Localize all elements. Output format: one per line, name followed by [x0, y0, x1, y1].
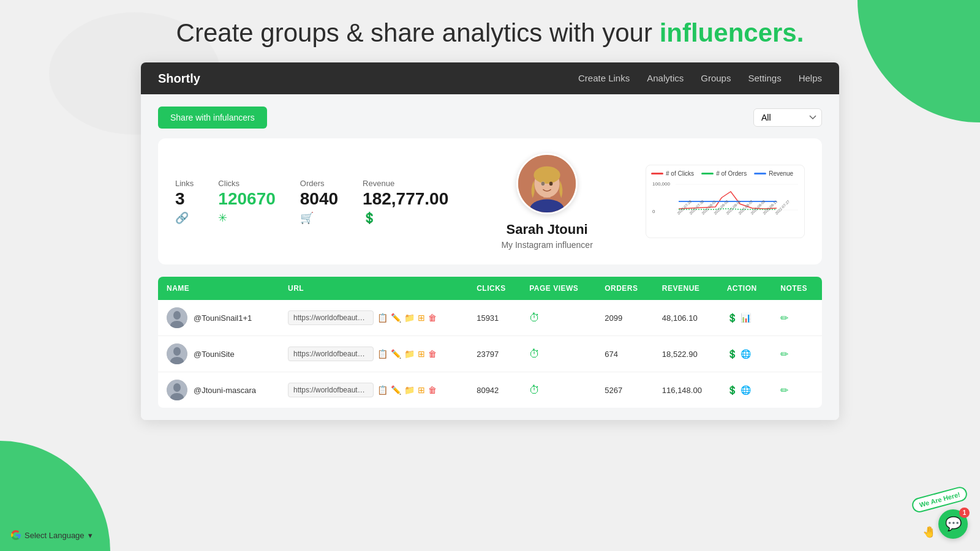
cell-orders-1: 2099 — [596, 300, 654, 336]
svg-point-7 — [541, 181, 545, 186]
delete-icon[interactable]: 🗑 — [428, 313, 437, 323]
cell-notes-3[interactable]: ✏ — [772, 372, 822, 408]
cell-name-1: @TouniSnail1+1 — [158, 300, 279, 336]
url-icons-1: 📋 ✏️ 📁 ⊞ 🗑 — [377, 313, 437, 323]
cell-pageviews-3: ⏱ — [521, 372, 596, 408]
cell-orders-3: 5267 — [596, 372, 654, 408]
svg-point-4 — [533, 167, 560, 184]
globe-action-icon[interactable]: 🌐 — [741, 385, 751, 395]
delete-icon[interactable]: 🗑 — [428, 385, 437, 395]
edit-icon[interactable]: ✏️ — [391, 313, 401, 323]
svg-text:0: 0 — [652, 209, 655, 214]
stats-metrics: Links 3 🔗 Clicks 120670 ✳ Orders 8040 🛒 — [175, 179, 448, 225]
link-icon: 🔗 — [175, 211, 189, 225]
edit-icon[interactable]: ✏️ — [391, 349, 401, 359]
col-pageviews: PAGE VIEWS — [521, 277, 596, 300]
top-controls: Share with infulancers All This Month La… — [158, 107, 822, 129]
legend-orders-color — [701, 173, 714, 174]
col-orders: ORDERS — [596, 277, 654, 300]
svg-point-6 — [549, 182, 553, 186]
cell-revenue-3: 116,148.00 — [654, 372, 718, 408]
svg-text:100,000: 100,000 — [652, 181, 670, 187]
nav-item-settings[interactable]: Settings — [748, 73, 781, 84]
cell-notes-1[interactable]: ✏ — [772, 300, 822, 336]
chart-area: # of Clicks # of Orders Revenue — [646, 165, 805, 238]
qr-icon[interactable]: ⊞ — [418, 385, 425, 395]
cell-name-3: @Jtouni-mascara — [158, 372, 279, 408]
cell-revenue-1: 48,106.10 — [654, 300, 718, 336]
svg-point-26 — [173, 347, 181, 356]
col-url: URL — [279, 277, 468, 300]
cell-name-2: @TouniSite — [158, 336, 279, 372]
metric-orders: Orders 8040 🛒 — [300, 179, 338, 225]
cell-revenue-2: 18,522.90 — [654, 336, 718, 372]
col-notes: NOTES — [772, 277, 822, 300]
svg-point-23 — [173, 311, 181, 320]
cell-clicks-2: 23797 — [468, 336, 521, 372]
cell-clicks-3: 80942 — [468, 372, 521, 408]
qr-icon[interactable]: ⊞ — [418, 349, 425, 359]
cell-notes-2[interactable]: ✏ — [772, 336, 822, 372]
share-button[interactable]: Share with infulancers — [158, 107, 267, 129]
table-row: @TouniSite https://worldofbeautys... 📋 ✏… — [158, 336, 822, 372]
delete-icon[interactable]: 🗑 — [428, 349, 437, 359]
data-table: NAME URL CLICKS PAGE VIEWS ORDERS REVENU… — [158, 277, 822, 408]
col-action: ACTION — [718, 277, 772, 300]
user-avatar-3 — [167, 380, 187, 400]
table-row: @TouniSnail1+1 https://worldofbeautyg...… — [158, 300, 822, 336]
revenue-action-icon[interactable]: 💲 — [727, 349, 737, 359]
cell-action-1: 💲 📊 — [718, 300, 772, 336]
nav-item-groups[interactable]: Groups — [701, 73, 731, 84]
revenue-action-icon[interactable]: 💲 — [727, 313, 737, 323]
profile-description: My Instagram influencer — [501, 240, 592, 250]
cell-url-2: https://worldofbeautys... 📋 ✏️ 📁 ⊞ 🗑 — [279, 336, 468, 372]
profile-section: Sarah Jtouni My Instagram influencer — [473, 153, 621, 250]
chart-action-icon[interactable]: 📊 — [741, 313, 751, 323]
metric-clicks: Clicks 120670 ✳ — [218, 179, 275, 225]
cell-action-2: 💲 🌐 — [718, 336, 772, 372]
globe-action-icon[interactable]: 🌐 — [741, 349, 751, 359]
filter-select[interactable]: All This Month Last Month This Year — [753, 108, 822, 127]
col-name: NAME — [158, 277, 279, 300]
revenue-action-icon[interactable]: 💲 — [727, 385, 737, 395]
add-icon[interactable]: 📁 — [404, 385, 415, 395]
avatar-illustration — [518, 153, 576, 214]
nav-item-helps[interactable]: Helps — [799, 73, 822, 84]
legend-orders: # of Orders — [701, 170, 747, 177]
legend-revenue-color — [754, 173, 766, 174]
cell-pageviews-2: ⏱ — [521, 336, 596, 372]
order-icon: 🛒 — [300, 211, 314, 225]
url-icons-3: 📋 ✏️ 📁 ⊞ 🗑 — [377, 385, 437, 395]
copy-icon[interactable]: 📋 — [377, 349, 388, 359]
profile-name: Sarah Jtouni — [506, 222, 587, 238]
metric-revenue: Revenue 182,777.00 💲 — [363, 179, 448, 225]
copy-icon[interactable]: 📋 — [377, 313, 388, 323]
add-icon[interactable]: 📁 — [404, 349, 415, 359]
app-window: Shortly Create Links Analytics Groups Se… — [141, 62, 839, 420]
copy-icon[interactable]: 📋 — [377, 385, 388, 395]
navbar: Shortly Create Links Analytics Groups Se… — [141, 62, 839, 94]
legend-clicks: # of Clicks — [651, 170, 694, 177]
cell-url-1: https://worldofbeautyg... 📋 ✏️ 📁 ⊞ 🗑 — [279, 300, 468, 336]
line-chart: 100,000 0 2022-07-28 — [651, 179, 798, 228]
cell-orders-2: 674 — [596, 336, 654, 372]
svg-point-29 — [173, 383, 181, 392]
nav-item-analytics[interactable]: Analytics — [647, 73, 684, 84]
table-header-row: NAME URL CLICKS PAGE VIEWS ORDERS REVENU… — [158, 277, 822, 300]
stats-card: Links 3 🔗 Clicks 120670 ✳ Orders 8040 🛒 — [158, 138, 822, 264]
hero-headline: Create groups & share analytics with you… — [176, 18, 804, 48]
nav-item-create-links[interactable]: Create Links — [578, 73, 630, 84]
edit-icon[interactable]: ✏️ — [391, 385, 401, 395]
cell-pageviews-1: ⏱ — [521, 300, 596, 336]
col-clicks: CLICKS — [468, 277, 521, 300]
qr-icon[interactable]: ⊞ — [418, 313, 425, 323]
add-icon[interactable]: 📁 — [404, 313, 415, 323]
cell-clicks-1: 15931 — [468, 300, 521, 336]
content-area: Share with infulancers All This Month La… — [141, 94, 839, 420]
metric-links: Links 3 🔗 — [175, 179, 194, 225]
navbar-brand: Shortly — [158, 72, 200, 86]
user-avatar-1 — [167, 307, 187, 328]
user-avatar-2 — [167, 343, 187, 364]
cell-action-3: 💲 🌐 — [718, 372, 772, 408]
col-revenue: REVENUE — [654, 277, 718, 300]
